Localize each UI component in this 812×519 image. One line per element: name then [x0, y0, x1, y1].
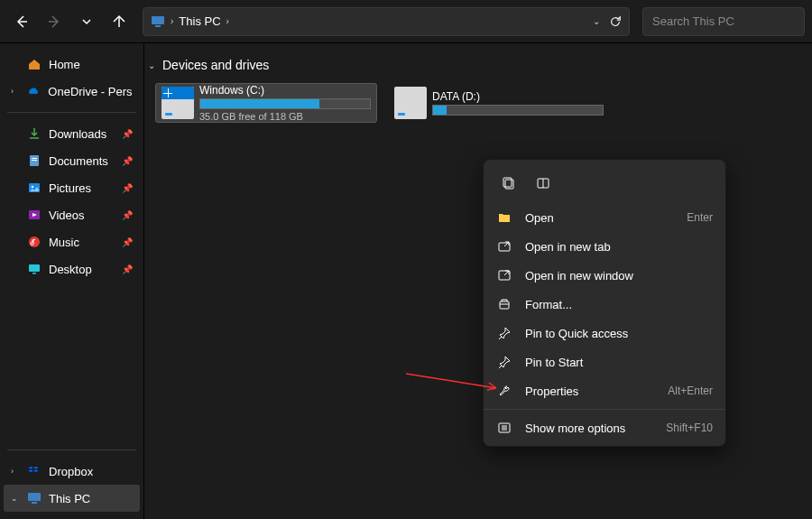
rename-icon	[535, 175, 551, 191]
recent-dropdown[interactable]	[72, 7, 101, 36]
ctx-label: Open in new tab	[525, 240, 611, 254]
sidebar-item-desktop[interactable]: Desktop 📌	[4, 255, 140, 283]
monitor-icon	[27, 491, 42, 505]
ctx-label: Open	[525, 211, 554, 225]
sidebar-item-dropbox[interactable]: › Dropbox	[4, 458, 140, 485]
pin-icon: 📌	[122, 183, 133, 193]
drive-c[interactable]: Windows (C:) 35.0 GB free of 118 GB	[155, 83, 377, 123]
divider	[7, 112, 136, 113]
context-menu: OpenEnterOpen in new tabOpen in new wind…	[483, 159, 726, 447]
chevron-right-icon[interactable]: ›	[11, 467, 20, 476]
ctx-label: Pin to Quick access	[525, 327, 628, 340]
ctx-item-open-in-new-window[interactable]: Open in new window	[484, 261, 725, 290]
download-icon	[27, 126, 42, 141]
content-area: ⌄ Devices and drives Windows (C:) 35.0 G…	[144, 43, 812, 519]
ctx-item-pin-to-start[interactable]: Pin to Start	[484, 348, 725, 376]
svg-rect-16	[499, 243, 510, 251]
up-button[interactable]	[105, 7, 134, 36]
ctx-label: Pin to Start	[525, 356, 583, 369]
copy-button[interactable]	[496, 171, 521, 196]
sidebar: Home › OneDrive - Perso Downloads 📌 Docu…	[0, 43, 144, 519]
ctx-item-pin-to-quick-access[interactable]: Pin to Quick access	[484, 319, 725, 348]
ctx-item-properties[interactable]: PropertiesAlt+Enter	[484, 376, 725, 405]
svg-rect-9	[29, 264, 40, 272]
toolbar: › This PC › ⌄ Search This PC	[0, 0, 812, 43]
sidebar-item-documents[interactable]: Documents 📌	[4, 147, 140, 174]
section-header[interactable]: ⌄ Devices and drives	[144, 52, 812, 78]
ctx-item-open-in-new-tab[interactable]: Open in new tab	[484, 232, 725, 261]
address-bar[interactable]: › This PC › ⌄	[143, 7, 630, 36]
svg-rect-4	[32, 160, 37, 161]
dropbox-icon	[27, 464, 42, 478]
svg-point-6	[32, 186, 33, 188]
divider	[7, 449, 136, 450]
back-button[interactable]	[7, 7, 36, 36]
ctx-label: Properties	[525, 385, 578, 398]
format-icon	[496, 297, 512, 311]
ctx-shortcut: Enter	[687, 211, 713, 224]
sidebar-item-downloads[interactable]: Downloads 📌	[4, 120, 140, 147]
forward-button[interactable]	[40, 7, 69, 36]
newtab-icon	[496, 239, 512, 254]
search-input[interactable]: Search This PC	[642, 7, 805, 36]
chevron-down-icon[interactable]: ⌄	[11, 494, 20, 503]
sidebar-item-music[interactable]: Music 📌	[4, 228, 140, 255]
storage-bar	[199, 98, 371, 109]
section-title: Devices and drives	[162, 58, 269, 72]
sidebar-item-label: Pictures	[49, 181, 91, 195]
chevron-down-icon[interactable]: ⌄	[593, 16, 600, 26]
monitor-icon	[151, 14, 165, 29]
sidebar-item-pictures[interactable]: Pictures 📌	[4, 174, 140, 201]
breadcrumb[interactable]: This PC	[179, 14, 220, 28]
drive-icon	[161, 87, 194, 119]
svg-rect-18	[500, 301, 509, 309]
arrow-right-icon	[47, 14, 61, 29]
storage-bar	[432, 105, 604, 116]
document-icon	[27, 153, 42, 168]
chevron-right-icon[interactable]: ›	[11, 87, 19, 96]
svg-rect-3	[32, 158, 37, 159]
sidebar-item-home[interactable]: Home	[4, 51, 140, 78]
drive-free-text: 35.0 GB free of 118 GB	[199, 111, 371, 122]
sidebar-item-label: OneDrive - Perso	[48, 85, 133, 98]
refresh-button[interactable]	[609, 15, 622, 28]
ctx-show-more[interactable]: Show more options Shift+F10	[484, 413, 725, 442]
pin-icon: 📌	[122, 264, 133, 274]
pin-icon	[496, 326, 512, 340]
svg-rect-1	[155, 25, 161, 27]
sidebar-item-onedrive[interactable]: › OneDrive - Perso	[4, 78, 140, 105]
rename-button[interactable]	[531, 171, 556, 196]
refresh-icon	[609, 15, 622, 28]
svg-rect-11	[28, 493, 41, 501]
ctx-shortcut: Alt+Enter	[668, 385, 713, 397]
newwin-icon	[496, 268, 512, 283]
ctx-shortcut: Shift+F10	[666, 422, 713, 434]
svg-rect-10	[32, 273, 36, 274]
chevron-right-icon: ›	[226, 16, 229, 26]
pin-icon: 📌	[122, 156, 133, 166]
wrench-icon	[496, 384, 512, 398]
arrow-up-icon	[112, 14, 126, 29]
drive-name: DATA (D:)	[432, 90, 604, 103]
ctx-item-format[interactable]: Format...	[484, 290, 725, 319]
sidebar-item-label: Dropbox	[49, 465, 93, 478]
svg-rect-0	[152, 16, 164, 24]
drive-icon	[394, 87, 427, 119]
sidebar-item-this-pc[interactable]: ⌄ This PC	[4, 485, 140, 512]
more-icon	[496, 421, 512, 435]
sidebar-item-videos[interactable]: Videos 📌	[4, 201, 140, 228]
cloud-icon	[26, 84, 41, 98]
chevron-down-icon: ⌄	[148, 60, 155, 70]
arrow-left-icon	[14, 14, 29, 29]
pin-icon: 📌	[122, 129, 133, 139]
ctx-item-open[interactable]: OpenEnter	[484, 203, 725, 232]
search-placeholder: Search This PC	[652, 14, 734, 28]
drive-d[interactable]: DATA (D:)	[388, 83, 610, 123]
chevron-right-icon: ›	[171, 16, 173, 26]
drive-name: Windows (C:)	[199, 84, 371, 97]
pin-icon: 📌	[122, 237, 133, 247]
sidebar-item-label: Downloads	[49, 127, 106, 141]
pictures-icon	[27, 181, 42, 195]
sidebar-item-label: Desktop	[49, 263, 92, 276]
ctx-label: Show more options	[525, 422, 625, 435]
